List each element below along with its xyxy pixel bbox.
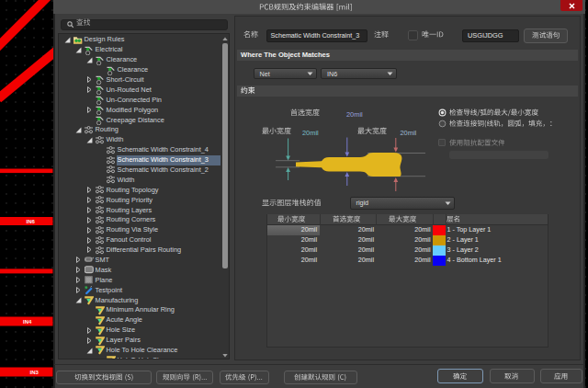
svg-text:IN6: IN6: [27, 219, 36, 224]
svg-text:IN4: IN4: [23, 319, 32, 325]
svg-text:IN3: IN3: [30, 370, 40, 375]
